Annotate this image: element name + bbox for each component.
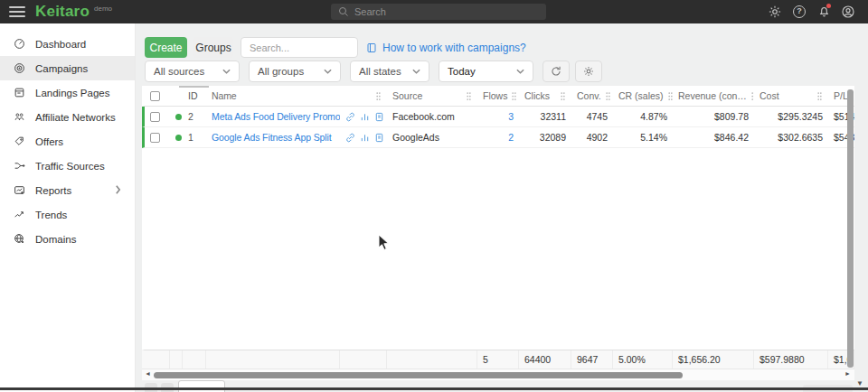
drag-handle-icon[interactable] bbox=[511, 91, 517, 101]
horizontal-scrollbar[interactable]: ◄ ► bbox=[142, 369, 854, 380]
chevron-down-icon bbox=[516, 69, 524, 74]
sidebar-item-traffic-sources[interactable]: Traffic Sources bbox=[0, 154, 135, 178]
drag-handle-icon[interactable] bbox=[560, 91, 566, 101]
chevron-down-icon bbox=[412, 69, 420, 74]
scroll-left-icon[interactable]: ◄ bbox=[145, 370, 151, 377]
column-header-flows[interactable]: Flows bbox=[477, 90, 519, 101]
totals-row: 5 64400 9647 5.00% $1,656.20 $597.9880 $… bbox=[142, 350, 854, 369]
campaign-stats-icon[interactable] bbox=[360, 133, 370, 143]
clicks-value: 32089 bbox=[519, 132, 571, 143]
trends-icon bbox=[14, 209, 25, 220]
flows-link[interactable]: 3 bbox=[508, 111, 514, 122]
offers-icon bbox=[14, 135, 25, 147]
global-search-input[interactable] bbox=[354, 6, 508, 17]
flows-link[interactable]: 2 bbox=[508, 132, 514, 143]
campaigns-table: ID Name Source Flows Clicks Conv. CR (sa… bbox=[142, 86, 854, 380]
campaign-search[interactable] bbox=[241, 37, 358, 58]
drag-handle-icon[interactable] bbox=[466, 91, 472, 101]
reports-icon bbox=[14, 184, 25, 196]
cost-value: $302.6635 bbox=[754, 132, 828, 143]
campaign-search-input[interactable] bbox=[241, 42, 357, 53]
filter-states[interactable]: All states bbox=[350, 61, 429, 82]
column-header-conv[interactable]: Conv. bbox=[571, 90, 613, 101]
gear-icon bbox=[582, 65, 595, 78]
column-resize-indicator[interactable] bbox=[179, 86, 209, 88]
revenue-value: $846.42 bbox=[673, 132, 754, 143]
row-checkbox[interactable] bbox=[150, 112, 160, 122]
groups-button[interactable]: Groups bbox=[193, 37, 233, 58]
domains-icon bbox=[14, 233, 25, 245]
help-icon[interactable]: ? bbox=[792, 5, 807, 19]
row-checkbox[interactable] bbox=[150, 133, 160, 143]
chevron-right-icon bbox=[115, 185, 121, 196]
sidebar-item-domains[interactable]: Domains bbox=[0, 227, 135, 251]
drag-handle-icon[interactable] bbox=[816, 91, 823, 101]
page-size-select[interactable] bbox=[178, 380, 225, 392]
dashboard-icon bbox=[14, 38, 25, 50]
filter-date-range[interactable]: Today bbox=[439, 61, 533, 82]
campaign-link-icon[interactable] bbox=[345, 133, 355, 143]
campaign-row: 2 Meta Ads Food Delivery Promo ··· Faceb… bbox=[142, 107, 854, 127]
total-revenue: $1,656.20 bbox=[673, 350, 754, 369]
total-clicks: 64400 bbox=[519, 350, 571, 369]
vertical-scrollbar-thumb[interactable] bbox=[847, 89, 854, 368]
campaign-source: GoogleAds bbox=[387, 132, 477, 143]
scroll-right-icon[interactable]: ► bbox=[844, 370, 851, 377]
affiliate-networks-icon bbox=[14, 111, 25, 123]
column-header-id[interactable]: ID bbox=[183, 90, 206, 101]
column-header-name[interactable]: Name bbox=[206, 90, 340, 101]
total-conv: 9647 bbox=[571, 350, 613, 369]
global-search[interactable] bbox=[331, 4, 546, 20]
drag-handle-icon[interactable] bbox=[605, 91, 611, 101]
cr-value: 4.87% bbox=[613, 111, 673, 122]
search-icon bbox=[338, 6, 349, 17]
campaign-source: Facebook.com bbox=[387, 111, 477, 122]
filter-sources[interactable]: All sources bbox=[145, 61, 240, 82]
brand-logo: Keitaro bbox=[35, 3, 90, 21]
filter-groups[interactable]: All groups bbox=[249, 61, 341, 82]
campaign-id: 2 bbox=[183, 111, 206, 122]
sidebar-item-dashboard[interactable]: Dashboard bbox=[0, 32, 135, 56]
create-button[interactable]: Create bbox=[145, 37, 187, 58]
window-edge bbox=[0, 387, 868, 390]
column-header-source[interactable]: Source bbox=[387, 90, 477, 101]
menu-icon[interactable] bbox=[9, 4, 25, 20]
sidebar-item-trends[interactable]: Trends bbox=[0, 202, 135, 227]
notifications-icon[interactable] bbox=[816, 5, 831, 19]
campaign-notes-icon[interactable] bbox=[374, 112, 384, 122]
column-header-cr[interactable]: CR (sales) bbox=[613, 90, 673, 101]
campaign-row: 1 Google Ads Fitness App Split ··· Googl… bbox=[142, 127, 854, 148]
campaign-name-link[interactable]: Google Ads Fitness App Split bbox=[212, 132, 332, 143]
campaign-name-link[interactable]: Meta Ads Food Delivery Promo bbox=[212, 111, 340, 122]
clicks-value: 32311 bbox=[519, 111, 571, 122]
sidebar: Dashboard Campaigns Landings Pages Affil… bbox=[0, 23, 136, 392]
brand-suffix: demo bbox=[94, 5, 112, 13]
campaign-link-icon[interactable] bbox=[345, 112, 355, 122]
table-settings-button[interactable] bbox=[575, 61, 602, 82]
sidebar-item-campaigns[interactable]: Campaigns bbox=[0, 56, 135, 80]
total-cost: $597.9880 bbox=[754, 350, 828, 369]
horizontal-scrollbar-thumb[interactable] bbox=[154, 372, 683, 378]
cr-value: 5.14% bbox=[613, 132, 673, 143]
refresh-button[interactable] bbox=[542, 61, 570, 82]
sidebar-item-landings[interactable]: Landings Pages bbox=[0, 80, 135, 105]
column-header-cost[interactable]: Cost bbox=[754, 90, 828, 101]
column-header-revenue[interactable]: Revenue (con… bbox=[673, 90, 754, 101]
column-header-clicks[interactable]: Clicks bbox=[519, 90, 571, 101]
drag-handle-icon[interactable] bbox=[375, 91, 382, 101]
campaign-id: 1 bbox=[183, 132, 206, 143]
cost-value: $295.3245 bbox=[754, 111, 828, 122]
help-link[interactable]: How to work with campaigns? bbox=[366, 42, 526, 54]
campaign-stats-icon[interactable] bbox=[360, 112, 370, 122]
caret-down-icon[interactable]: ▼ bbox=[856, 379, 863, 387]
sidebar-item-reports[interactable]: Reports bbox=[0, 178, 135, 202]
campaign-notes-icon[interactable] bbox=[374, 133, 384, 143]
total-flows: 5 bbox=[477, 350, 519, 369]
sidebar-item-affiliate-networks[interactable]: Affiliate Networks bbox=[0, 105, 135, 129]
sidebar-item-offers[interactable]: Offers bbox=[0, 129, 135, 154]
chevron-down-icon bbox=[324, 69, 332, 74]
account-icon[interactable] bbox=[841, 5, 855, 19]
select-all-checkbox[interactable] bbox=[150, 91, 160, 101]
settings-icon[interactable] bbox=[768, 5, 782, 19]
conv-value: 4745 bbox=[571, 111, 613, 122]
